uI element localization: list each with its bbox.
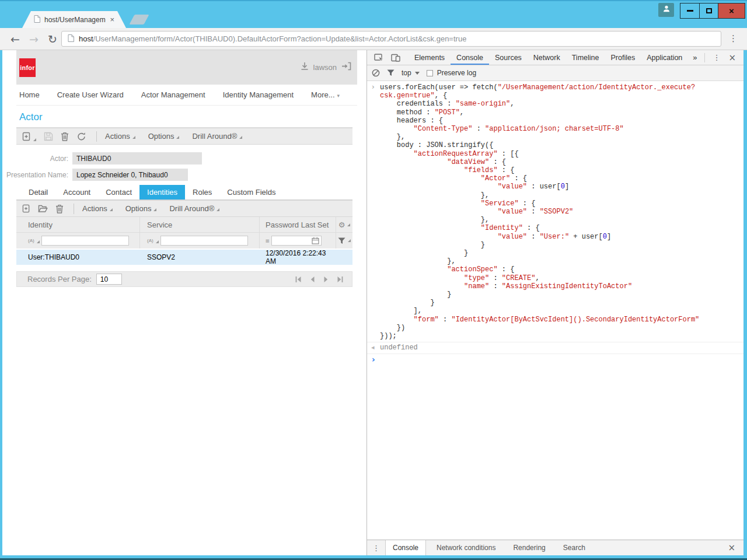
device-toolbar-icon[interactable]	[388, 54, 404, 62]
service-filter-input[interactable]	[160, 236, 248, 246]
calendar-icon[interactable]	[312, 237, 319, 244]
column-header-identity[interactable]: Identity	[28, 220, 53, 229]
devtools-close-icon[interactable]: ×	[727, 52, 742, 63]
devtools-drawer: ⋮ Console Network conditions Rendering S…	[367, 540, 743, 555]
forward-button[interactable]: →	[29, 32, 39, 47]
tab-detail[interactable]: Detail	[21, 185, 55, 200]
open-folder-icon[interactable]	[38, 204, 48, 213]
toolbar-separator	[74, 204, 74, 214]
preserve-log-label: Preserve log	[437, 69, 476, 77]
console-output[interactable]: › users.forEach(user => fetch("/UserMana…	[367, 81, 743, 540]
sign-out-icon[interactable]	[341, 62, 351, 73]
actions-menu[interactable]: Actions	[105, 132, 135, 141]
nav-item-identity-management[interactable]: Identity Management	[223, 90, 294, 99]
add-identity-icon[interactable]	[22, 204, 30, 213]
devtools-tabbar: Elements Console Sources Network Timelin…	[367, 50, 743, 65]
menu-corner-icon	[153, 208, 156, 211]
tab-account[interactable]: Account	[55, 185, 98, 200]
nav-item-create-user-wizard[interactable]: Create User Wizard	[57, 90, 124, 99]
devtools-panel: Elements Console Sources Network Timelin…	[366, 50, 743, 555]
password-last-set-cell: 12/30/2016 2:22:43 AM	[260, 250, 336, 265]
options-menu[interactable]: Options	[148, 132, 180, 141]
toolbar-separator	[96, 131, 97, 142]
preserve-log-checkbox[interactable]	[427, 70, 433, 76]
previous-page-icon[interactable]	[309, 276, 316, 283]
profile-button[interactable]	[658, 3, 674, 17]
close-window-button[interactable]: ×	[718, 4, 745, 18]
column-header-password-last-set[interactable]: Password Last Set	[266, 220, 329, 229]
refresh-icon[interactable]	[76, 132, 86, 141]
grid-toolbar: Actions Options Drill Around®	[16, 200, 352, 217]
grid-settings-gear-icon[interactable]: ⚙	[338, 221, 345, 229]
devtools-tab-elements[interactable]: Elements	[409, 50, 451, 65]
result-arrow-icon: ◂	[371, 344, 375, 351]
next-page-icon[interactable]	[323, 276, 330, 283]
download-icon[interactable]	[300, 62, 309, 73]
grid-filter-row: (A) (A) =	[16, 233, 352, 249]
delete-identity-icon[interactable]	[55, 204, 64, 214]
devtools-tab-profiles[interactable]: Profiles	[605, 50, 641, 65]
nav-item-home[interactable]: Home	[19, 90, 40, 99]
execution-context-select[interactable]: top	[402, 69, 420, 77]
console-input-row[interactable]: ›	[367, 354, 743, 359]
identity-cell: User:THIBAUD0	[16, 250, 140, 265]
nav-item-more[interactable]: More...▾	[311, 90, 340, 99]
presentation-name-value[interactable]: Lopez Schneider 0, Thibaud0	[72, 169, 188, 181]
last-page-icon[interactable]	[337, 276, 344, 283]
records-per-page-label: Records Per Page:	[27, 275, 92, 284]
devtools-tab-network[interactable]: Network	[528, 50, 566, 65]
identity-row[interactable]: User:THIBAUD0 SSOPV2 12/30/2016 2:22:43 …	[16, 249, 352, 265]
identities-grid: Identity Service Password Last Set ⚙ (A)…	[16, 217, 352, 265]
drill-around-menu[interactable]: Drill Around®	[192, 132, 242, 141]
devtools-tab-console[interactable]: Console	[451, 50, 489, 65]
minimize-button[interactable]	[680, 4, 699, 18]
maximize-button[interactable]	[699, 4, 718, 18]
identity-filter-input[interactable]	[41, 236, 129, 246]
grid-options-menu[interactable]: Options	[125, 204, 157, 213]
console-filter-icon[interactable]	[387, 69, 395, 76]
new-tab-button[interactable]	[129, 15, 149, 24]
records-per-page-input[interactable]	[96, 274, 122, 285]
filter-funnel-icon[interactable]	[338, 237, 345, 244]
save-icon[interactable]	[44, 132, 53, 141]
drawer-close-icon[interactable]: ×	[723, 542, 740, 553]
console-result-value: undefined	[380, 344, 740, 352]
minimize-icon	[687, 10, 693, 12]
drawer-tab-console[interactable]: Console	[385, 540, 426, 555]
address-bar[interactable]: host/UserManagement/form/Actor(THIBAUD0)…	[61, 31, 721, 47]
first-page-icon[interactable]	[295, 276, 302, 283]
nav-item-actor-management[interactable]: Actor Management	[141, 90, 205, 99]
column-header-service[interactable]: Service	[147, 220, 172, 229]
reload-button[interactable]: ↻	[48, 32, 57, 47]
drawer-tab-network-conditions[interactable]: Network conditions	[430, 540, 502, 555]
devtools-tab-sources[interactable]: Sources	[489, 50, 528, 65]
new-record-icon[interactable]	[22, 132, 36, 141]
identity-filter-operator[interactable]: (A)	[28, 238, 40, 243]
grid-drill-around-menu[interactable]: Drill Around®	[169, 204, 219, 213]
inspect-element-icon[interactable]	[371, 53, 388, 62]
tab-identities[interactable]: Identities	[139, 185, 185, 200]
devtools-tab-application[interactable]: Application	[641, 50, 688, 65]
browser-toolbar: ← → ↻ host/UserManagement/form/Actor(THI…	[0, 28, 747, 50]
date-filter-operator[interactable]: =	[266, 237, 269, 244]
grid-actions-menu[interactable]: Actions	[82, 204, 113, 213]
browser-menu-icon[interactable]: ⋮	[729, 33, 738, 44]
service-filter-operator[interactable]: (A)	[147, 238, 159, 243]
drawer-menu-icon[interactable]: ⋮	[367, 544, 385, 552]
browser-tab[interactable]: host/UserManagement/li ×	[22, 11, 126, 28]
clear-console-icon[interactable]	[372, 69, 380, 77]
tab-roles[interactable]: Roles	[185, 185, 219, 200]
drawer-tab-rendering[interactable]: Rendering	[506, 540, 552, 555]
tab-contact[interactable]: Contact	[98, 185, 139, 200]
tab-custom-fields[interactable]: Custom Fields	[219, 185, 283, 200]
more-tabs-icon[interactable]: »	[688, 53, 701, 62]
tab-close-icon[interactable]: ×	[110, 16, 114, 23]
delete-icon[interactable]	[61, 132, 69, 141]
drawer-tab-search[interactable]: Search	[556, 540, 592, 555]
back-button[interactable]: ←	[11, 32, 20, 47]
maximize-icon	[706, 8, 712, 13]
devtools-tab-timeline[interactable]: Timeline	[566, 50, 605, 65]
devtools-menu-icon[interactable]: ⋮	[707, 53, 727, 62]
tab-title: host/UserManagement/li	[44, 16, 106, 24]
actor-field-value[interactable]: THIBAUD0	[72, 152, 202, 164]
